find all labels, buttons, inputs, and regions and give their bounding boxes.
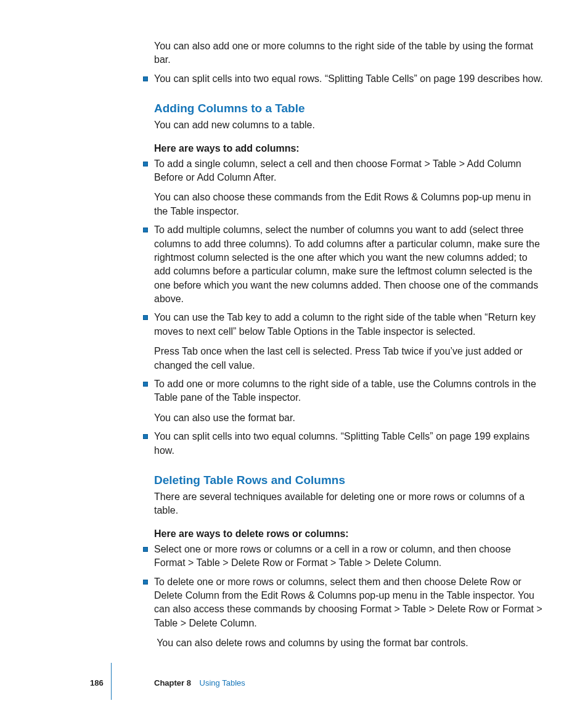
list-text: You can split cells into two equal colum… — [154, 431, 529, 455]
section-heading-deleting-rows-columns: Deleting Table Rows and Columns — [154, 472, 544, 489]
page-body: You can also add one or more columns to … — [0, 0, 588, 650]
section-subtext: There are several techniques available f… — [154, 490, 544, 518]
list-text: To add multiple columns, select the numb… — [154, 224, 540, 304]
chapter-ref: Chapter 8 Using Tables — [154, 678, 245, 688]
list-item: To add one or more columns to the right … — [143, 377, 544, 425]
list-subtext: You can also use the format bar. — [154, 411, 544, 425]
list-subtext: Press Tab once when the last cell is sel… — [154, 345, 544, 372]
list-item: To delete one or more rows or columns, s… — [143, 575, 544, 651]
list-text: To add one or more columns to the right … — [154, 379, 536, 403]
list-subtext: You can also choose these commands from … — [154, 191, 544, 218]
add-columns-list: To add a single column, select a cell an… — [143, 157, 544, 458]
procedure-label: Here are ways to delete rows or columns: — [154, 527, 544, 541]
section-heading-adding-columns: Adding Columns to a Table — [154, 101, 544, 117]
list-item: You can split cells into two equal rows.… — [143, 72, 544, 86]
page-number: 186 — [90, 678, 104, 688]
chapter-title: Using Tables — [200, 678, 245, 688]
list-text: To add a single column, select a cell an… — [154, 158, 521, 183]
procedure-label: Here are ways to add columns: — [154, 142, 544, 155]
footer-rule — [111, 663, 112, 700]
intro-paragraph: You can also add one or more columns to … — [154, 39, 544, 67]
list-item: You can split cells into two equal colum… — [143, 430, 544, 458]
list-subtext: You can also delete rows and columns by … — [154, 636, 544, 650]
intro-list: You can split cells into two equal rows.… — [143, 72, 544, 86]
list-text: To delete one or more rows or columns, s… — [154, 577, 542, 628]
delete-rows-cols-list: Select one or more rows or columns or a … — [143, 543, 544, 651]
list-text: Select one or more rows or columns or a … — [154, 544, 511, 568]
list-item: You can use the Tab key to add a column … — [143, 311, 544, 372]
list-item: To add multiple columns, select the numb… — [143, 223, 544, 306]
section-subtext: You can add new columns to a table. — [154, 118, 544, 132]
list-item: To add a single column, select a cell an… — [143, 157, 544, 219]
list-item: Select one or more rows or columns or a … — [143, 543, 544, 570]
chapter-label: Chapter 8 — [154, 678, 191, 688]
list-text: You can use the Tab key to add a column … — [154, 312, 536, 336]
